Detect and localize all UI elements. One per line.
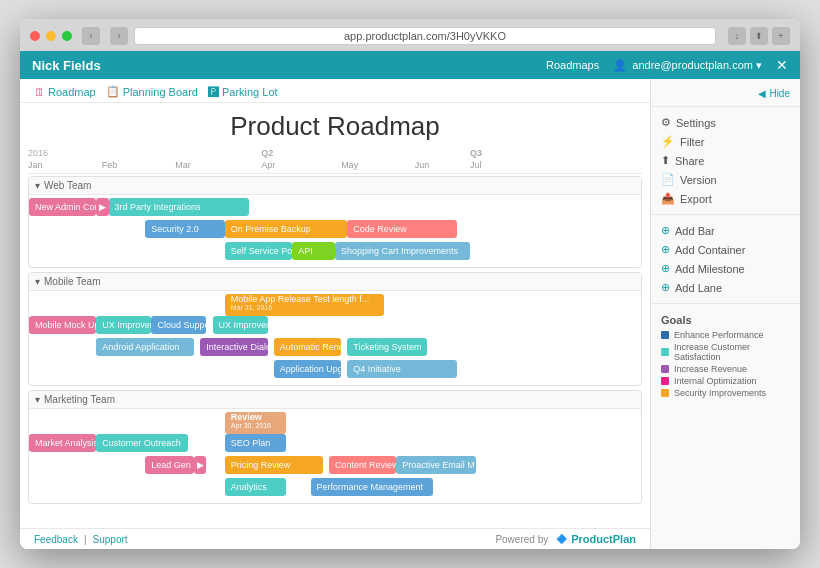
browser-window: ‹ › app.productplan.com/3H0yVKKO ↓ ⬆ + N… bbox=[20, 19, 800, 549]
settings-item[interactable]: ⚙ Settings bbox=[651, 113, 800, 132]
hide-button[interactable]: ◀ Hide bbox=[651, 85, 800, 102]
goal-1-dot bbox=[661, 331, 669, 339]
bar-arrow-1: ▶ bbox=[96, 198, 108, 216]
bar-ticketing[interactable]: Ticketing System bbox=[347, 338, 427, 356]
add-container-icon: ⊕ bbox=[661, 243, 670, 256]
add-milestone-item[interactable]: ⊕ Add Milestone bbox=[651, 259, 800, 278]
swimlane-web-team: ▾ Web Team New Admin Con ▶ 3rd Party Int… bbox=[28, 176, 642, 268]
app-user-name: Nick Fields bbox=[32, 58, 101, 73]
powered-by-label: Powered by bbox=[495, 534, 548, 545]
app-body: 🗓 Roadmap 📋 Planning Board 🅿 Parking Lot… bbox=[20, 79, 800, 549]
roadmaps-nav[interactable]: Roadmaps bbox=[546, 59, 599, 71]
bar-3rd-party[interactable]: 3rd Party Integrations bbox=[109, 198, 250, 216]
bar-lead-gen[interactable]: Lead Gen bbox=[145, 456, 194, 474]
web-team-label: Web Team bbox=[44, 180, 91, 191]
main-content: 🗓 Roadmap 📋 Planning Board 🅿 Parking Lot… bbox=[20, 79, 650, 549]
roadmap-tab[interactable]: 🗓 Roadmap bbox=[34, 86, 96, 98]
sidebar: ◀ Hide ⚙ Settings ⚡ Filter ⬆ Share 📄 bbox=[650, 79, 800, 549]
bar-customer-outreach[interactable]: Customer Outreach bbox=[96, 434, 188, 452]
goals-title: Goals bbox=[661, 314, 790, 326]
timeline-wrapper: 2016 Jan Feb Mar Q2 Apr May Jun Q3 Jul bbox=[20, 146, 650, 528]
marketing-row-2: Lead Gen ▶ Pricing Review Content Review… bbox=[29, 456, 641, 476]
export-item[interactable]: 📤 Export bbox=[651, 189, 800, 208]
bar-interactive[interactable]: Interactive Dialo bbox=[200, 338, 267, 356]
bar-seo-plan[interactable]: SEO Plan bbox=[225, 434, 286, 452]
bar-api[interactable]: API bbox=[292, 242, 335, 260]
bar-new-admin-con[interactable]: New Admin Con bbox=[29, 198, 96, 216]
bar-q4-initiative[interactable]: Q4 Initiative bbox=[347, 360, 457, 378]
web-row-2: Security 2.0 On Premise Backup Code Revi… bbox=[29, 220, 641, 240]
mobile-team-label: Mobile Team bbox=[44, 276, 101, 287]
bar-on-premise[interactable]: On Premise Backup bbox=[225, 220, 347, 238]
marketing-team-label: Marketing Team bbox=[44, 394, 115, 405]
add-lane-item[interactable]: ⊕ Add Lane bbox=[651, 278, 800, 297]
goal-4-dot bbox=[661, 377, 669, 385]
add-container-item[interactable]: ⊕ Add Container bbox=[651, 240, 800, 259]
bar-performance-mgmt[interactable]: Performance Management bbox=[311, 478, 433, 496]
month-jul: Jul bbox=[470, 160, 482, 170]
feedback-link[interactable]: Feedback bbox=[34, 534, 78, 545]
bar-lead-gen-arrow: ▶ bbox=[194, 456, 206, 474]
bar-security[interactable]: Security 2.0 bbox=[145, 220, 225, 238]
planning-board-tab[interactable]: 📋 Planning Board bbox=[106, 85, 198, 98]
bar-mobile-mock[interactable]: Mobile Mock Up bbox=[29, 316, 96, 334]
bar-review[interactable]: Review Apr 30, 2016 bbox=[225, 412, 286, 434]
minimize-button[interactable] bbox=[46, 31, 56, 41]
goal-2-label: Increase Customer Satisfaction bbox=[674, 342, 790, 362]
support-link[interactable]: Support bbox=[93, 534, 128, 545]
close-button[interactable] bbox=[30, 31, 40, 41]
goal-5-label: Security Improvements bbox=[674, 388, 766, 398]
browser-chrome: ‹ › app.productplan.com/3H0yVKKO ↓ ⬆ + bbox=[20, 19, 800, 51]
q2-label: Q2 bbox=[261, 148, 273, 158]
web-row-3: Self Service Por API Shopping Cart Impro… bbox=[29, 242, 641, 262]
web-row-1: New Admin Con ▶ 3rd Party Integrations bbox=[29, 198, 641, 218]
bar-automatic[interactable]: Automatic Rene bbox=[274, 338, 341, 356]
goal-4-label: Internal Optimization bbox=[674, 376, 757, 386]
settings-icon: ⚙ bbox=[661, 116, 671, 129]
goal-2: Increase Customer Satisfaction bbox=[661, 342, 790, 362]
bar-shopping-cart[interactable]: Shopping Cart Improvements bbox=[335, 242, 470, 260]
bar-ux-improve-1[interactable]: UX Improvemen bbox=[96, 316, 151, 334]
bar-mobile-app-release[interactable]: Mobile App Release Test length f... Mar … bbox=[225, 294, 384, 316]
version-icon: 📄 bbox=[661, 173, 675, 186]
version-item[interactable]: 📄 Version bbox=[651, 170, 800, 189]
goal-1-label: Enhance Performance bbox=[674, 330, 764, 340]
bar-android[interactable]: Android Application bbox=[96, 338, 194, 356]
bar-proactive-email[interactable]: Proactive Email M bbox=[396, 456, 476, 474]
marketing-row-0: Review Apr 30, 2016 bbox=[29, 412, 641, 432]
user-email: 👤 andre@productplan.com ▾ bbox=[613, 59, 762, 72]
swimlane-web-team-body: New Admin Con ▶ 3rd Party Integrations S… bbox=[29, 195, 641, 267]
bar-code-review[interactable]: Code Review bbox=[347, 220, 457, 238]
new-tab-button[interactable]: + bbox=[772, 27, 790, 45]
url-bar[interactable]: app.productplan.com/3H0yVKKO bbox=[134, 27, 716, 45]
back-button[interactable]: ‹ bbox=[82, 27, 100, 45]
swimlane-marketing-team: ▾ Marketing Team Review Apr 30, 2016 bbox=[28, 390, 642, 504]
marketing-row-3: Analytics Performance Management bbox=[29, 478, 641, 498]
download-button[interactable]: ↓ bbox=[728, 27, 746, 45]
marketing-row-1: Market Analysis Customer Outreach SEO Pl… bbox=[29, 434, 641, 454]
close-icon[interactable]: ✕ bbox=[776, 57, 788, 73]
month-jan: Jan bbox=[28, 160, 43, 170]
bar-content-review[interactable]: Content Review bbox=[329, 456, 396, 474]
mobile-row-1: Mobile Mock Up UX Improvemen Cloud Suppo… bbox=[29, 316, 641, 336]
goal-5-dot bbox=[661, 389, 669, 397]
add-bar-item[interactable]: ⊕ Add Bar bbox=[651, 221, 800, 240]
bar-pricing-review[interactable]: Pricing Review bbox=[225, 456, 323, 474]
maximize-button[interactable] bbox=[62, 31, 72, 41]
bar-ux-improve-2[interactable]: UX Improvemen bbox=[213, 316, 268, 334]
mobile-row-3: Application Upg Q4 Initiative bbox=[29, 360, 641, 380]
bar-analytics[interactable]: Analytics bbox=[225, 478, 286, 496]
share-browser-button[interactable]: ⬆ bbox=[750, 27, 768, 45]
swimlane-mobile-team: ▾ Mobile Team Mobile App Release Test le… bbox=[28, 272, 642, 386]
forward-button[interactable]: › bbox=[110, 27, 128, 45]
parking-lot-tab[interactable]: 🅿 Parking Lot bbox=[208, 86, 278, 98]
bar-app-upgrade[interactable]: Application Upg bbox=[274, 360, 341, 378]
filter-item[interactable]: ⚡ Filter bbox=[651, 132, 800, 151]
bar-cloud-support[interactable]: Cloud Support bbox=[151, 316, 206, 334]
sidebar-actions: ⚙ Settings ⚡ Filter ⬆ Share 📄 Version 📤 bbox=[651, 111, 800, 210]
bar-self-service[interactable]: Self Service Por bbox=[225, 242, 292, 260]
share-item[interactable]: ⬆ Share bbox=[651, 151, 800, 170]
goal-3-label: Increase Revenue bbox=[674, 364, 747, 374]
bar-market-analysis[interactable]: Market Analysis bbox=[29, 434, 96, 452]
q3-label: Q3 bbox=[470, 148, 482, 158]
